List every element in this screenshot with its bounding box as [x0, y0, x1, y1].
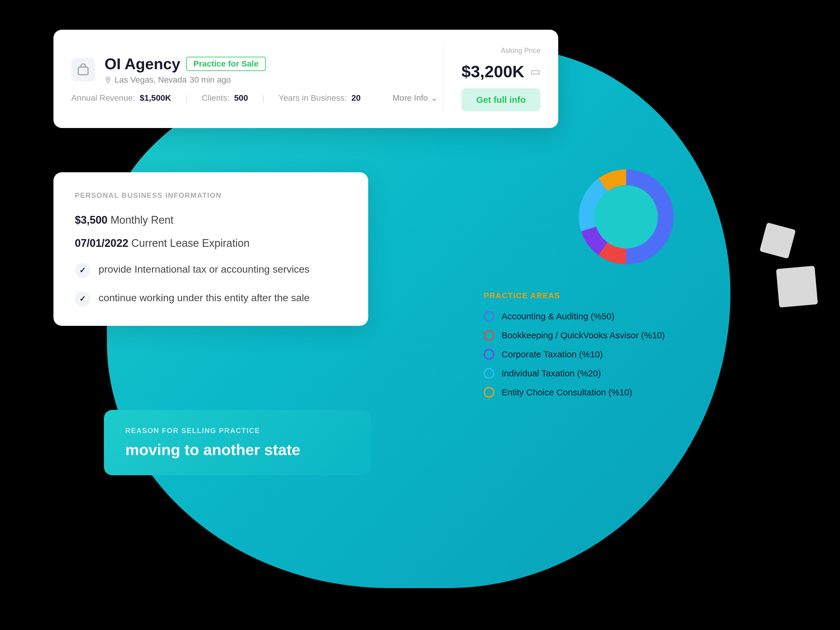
asking-price-label: Asking Price: [501, 46, 540, 55]
legend-dot-individual: [484, 368, 494, 379]
checklist-item-2: continue working under this entity after…: [75, 290, 347, 307]
lease-label: Current Lease Expiration: [131, 237, 249, 249]
checklist: provide International tax or accounting …: [75, 262, 347, 307]
listing-card: OI Agency Practice for Sale Las Vegas, N…: [54, 30, 558, 128]
lease-date: 07/01/2022: [75, 237, 128, 249]
checklist-item-1: provide International tax or accounting …: [75, 262, 347, 278]
listing-icon: [71, 58, 95, 82]
more-info-label: More Info: [393, 93, 428, 103]
monthly-rent-row: $3,500 Monthly Rent: [75, 213, 347, 228]
legend-label-accounting: Accounting & Auditing (%50): [502, 311, 614, 321]
legend-dot-bookkeeping: [484, 330, 494, 341]
legend-item-entity: Entity Choice Consultation (%10): [484, 387, 769, 398]
listing-header: OI Agency Practice for Sale Las Vegas, N…: [71, 55, 438, 85]
location-icon: [104, 76, 112, 84]
asking-price-value: $3,200K: [461, 62, 524, 81]
donut-chart: [570, 160, 683, 273]
annual-revenue-stat: Annual Revenue: $1,500K: [71, 93, 171, 103]
listing-title-group: OI Agency Practice for Sale Las Vegas, N…: [104, 55, 266, 85]
legend-label-corporate: Corporate Taxation (%10): [502, 349, 603, 359]
practice-areas-label: PRACTICE AREAS: [484, 291, 769, 300]
listing-name: OI Agency: [104, 55, 180, 73]
practice-badge: Practice for Sale: [186, 57, 265, 71]
personal-info-section-label: PERSONAL BUSINESS INFORMATION: [75, 191, 347, 199]
more-info-button[interactable]: More Info ⌄: [393, 93, 438, 103]
check-icon-1: [75, 263, 90, 278]
annual-revenue-label: Annual Revenue:: [71, 93, 135, 103]
chevron-down-icon: ⌄: [431, 93, 438, 103]
personal-info-card: PERSONAL BUSINESS INFORMATION $3,500 Mon…: [54, 172, 368, 326]
listing-card-left: OI Agency Practice for Sale Las Vegas, N…: [71, 55, 438, 103]
legend-item-accounting: Accounting & Auditing (%50): [484, 311, 769, 322]
listing-stats: Annual Revenue: $1,500K | Clients: 500 |…: [71, 93, 438, 103]
legend-list: Accounting & Auditing (%50) Bookkeeping …: [484, 311, 769, 398]
legend-dot-entity: [484, 387, 494, 398]
decorative-square-2: [776, 266, 818, 308]
years-stat: Years in Business: 20: [278, 93, 360, 103]
donut-chart-container: [570, 160, 683, 273]
checklist-text-2: continue working under this entity after…: [99, 290, 310, 306]
years-value: 20: [351, 93, 360, 103]
checklist-text-1: provide International tax or accounting …: [99, 262, 310, 277]
selling-card: REASON FOR SELLING PRACTICE moving to an…: [104, 410, 371, 475]
lease-row: 07/01/2022 Current Lease Expiration: [75, 236, 347, 251]
legend-dot-accounting: [484, 311, 494, 322]
legend-item-bookkeeping: Bookkeeping / QuickVooks Asvisor (%10): [484, 330, 769, 341]
selling-reason: moving to another state: [125, 441, 350, 459]
legend-label-individual: Individual Taxation (%20): [502, 368, 601, 378]
legend-label-bookkeeping: Bookkeeping / QuickVooks Asvisor (%10): [502, 330, 665, 340]
legend-item-individual: Individual Taxation (%20): [484, 368, 769, 379]
years-label: Years in Business:: [278, 93, 346, 103]
location-text: Las Vegas, Nevada: [115, 75, 187, 85]
asking-price-row: $3,200K ▭: [461, 62, 540, 81]
monthly-rent-amount: $3,500: [75, 214, 107, 226]
clients-stat: Clients: 500: [202, 93, 248, 103]
monthly-rent-label: Monthly Rent: [111, 214, 174, 226]
selling-section-label: REASON FOR SELLING PRACTICE: [125, 427, 350, 435]
svg-point-8: [595, 185, 658, 249]
annual-revenue-value: $1,500K: [139, 93, 171, 103]
svg-rect-0: [78, 67, 88, 75]
svg-point-2: [107, 78, 109, 80]
listing-location: Las Vegas, Nevada 30 min ago: [104, 75, 266, 85]
legend-dot-corporate: [484, 349, 494, 360]
listing-title-row: OI Agency Practice for Sale: [104, 55, 266, 73]
listing-card-right: Asking Price $3,200K ▭ Get full info: [443, 46, 540, 111]
time-ago: 30 min ago: [190, 75, 231, 85]
legend-label-entity: Entity Choice Consultation (%10): [502, 387, 632, 397]
get-full-info-button[interactable]: Get full info: [461, 88, 540, 111]
building-icon: [77, 63, 90, 76]
check-icon-2: [75, 291, 90, 307]
clients-value: 500: [234, 93, 248, 103]
bookmark-icon[interactable]: ▭: [530, 65, 540, 78]
clients-label: Clients:: [202, 93, 229, 103]
chart-area: PRACTICE AREAS Accounting & Auditing (%5…: [484, 160, 769, 398]
legend-item-corporate: Corporate Taxation (%10): [484, 349, 769, 360]
